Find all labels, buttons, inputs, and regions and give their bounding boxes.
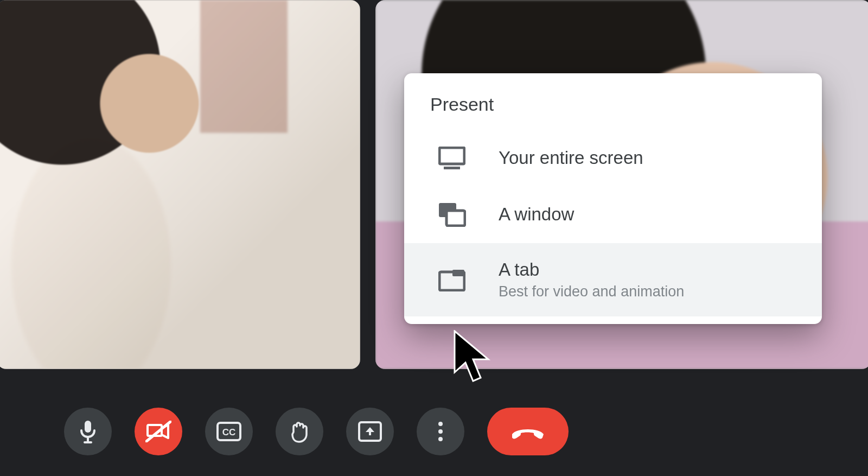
- hand-icon: [289, 420, 310, 443]
- hangup-icon: [510, 423, 546, 440]
- raise-hand-button[interactable]: [276, 408, 323, 455]
- svg-rect-3: [446, 211, 465, 226]
- svg-rect-9: [84, 441, 92, 443]
- present-option-label: A window: [499, 204, 574, 225]
- cc-icon: CC: [216, 422, 241, 441]
- more-options-button[interactable]: [417, 408, 464, 455]
- present-menu-title: Present: [404, 90, 822, 130]
- svg-point-17: [438, 437, 443, 441]
- svg-rect-7: [85, 421, 91, 433]
- participant-video: [0, 0, 360, 369]
- leave-call-button[interactable]: [487, 408, 569, 455]
- more-icon: [438, 421, 443, 442]
- monitor-icon: [436, 147, 468, 169]
- meeting-toolbar: CC: [0, 386, 868, 476]
- svg-rect-0: [439, 148, 464, 164]
- camera-button[interactable]: [135, 408, 182, 455]
- window-icon: [436, 202, 468, 227]
- participant-tile[interactable]: [0, 0, 360, 369]
- captions-button[interactable]: CC: [205, 408, 253, 455]
- present-icon: [358, 421, 382, 442]
- present-option-entire-screen[interactable]: Your entire screen: [404, 130, 822, 186]
- present-option-label: Your entire screen: [499, 148, 643, 168]
- tab-icon: [436, 269, 468, 291]
- svg-point-16: [438, 429, 443, 434]
- svg-rect-6: [452, 270, 464, 276]
- present-option-sublabel: Best for video and animation: [499, 283, 684, 300]
- present-button[interactable]: [346, 408, 394, 455]
- present-option-label: A tab: [499, 259, 684, 280]
- present-option-tab[interactable]: A tab Best for video and animation: [404, 243, 822, 316]
- mic-icon: [79, 420, 97, 443]
- svg-point-15: [438, 422, 443, 426]
- svg-rect-14: [369, 431, 371, 435]
- svg-rect-8: [87, 437, 89, 441]
- camera-off-icon: [145, 421, 171, 442]
- present-option-window[interactable]: A window: [404, 186, 822, 243]
- present-menu: Present Your entire screen A window: [404, 73, 822, 324]
- svg-rect-1: [444, 167, 460, 169]
- mic-button[interactable]: [64, 408, 112, 455]
- svg-text:CC: CC: [222, 427, 236, 437]
